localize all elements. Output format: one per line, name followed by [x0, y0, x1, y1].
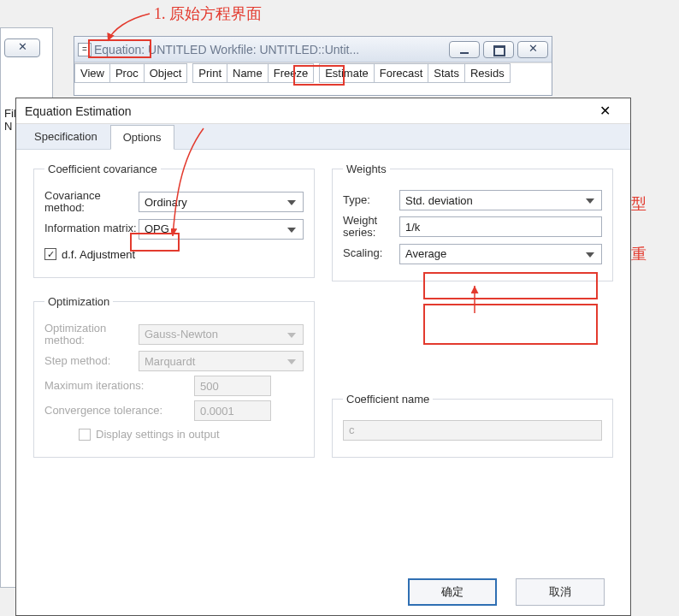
- cov-method-label: Covariance method:: [44, 190, 139, 215]
- equation-titlebar: = Equation: UNTITLED Workfile: UNTITLED:…: [74, 37, 552, 62]
- equation-icon: =: [78, 43, 92, 56]
- toolbar-proc[interactable]: Proc: [110, 63, 145, 83]
- equation-title-rest: UNTITLED Workfile: UNTITLED::Untit...: [145, 43, 359, 56]
- weights-group: Weights Type: Std. deviation Weight seri…: [332, 163, 613, 281]
- coefficient-covariance-group: Coefficient covariance Covariance method…: [33, 163, 315, 278]
- minimize-button[interactable]: [449, 41, 480, 58]
- display-settings-checkbox: [79, 429, 91, 441]
- toolbar-stats[interactable]: Stats: [428, 63, 465, 83]
- info-matrix-combo[interactable]: OPG: [139, 219, 304, 240]
- ok-button[interactable]: 确定: [408, 578, 497, 606]
- cancel-button[interactable]: 取消: [516, 578, 605, 606]
- display-settings-label: Display settings in output: [96, 428, 220, 441]
- dialog-footer: 确定 取消: [16, 569, 630, 615]
- weight-scaling-combo[interactable]: Average: [399, 244, 602, 264]
- dialog-title: Equation Estimation: [25, 104, 132, 118]
- info-matrix-label: Information matrix:: [44, 222, 139, 234]
- step-method-label: Step method:: [44, 355, 139, 367]
- coefficient-name-group: Coefficient name c: [332, 393, 613, 458]
- toolbar-object[interactable]: Object: [145, 63, 188, 83]
- optimization-group: Optimization Optimization method: Gauss-…: [33, 295, 315, 459]
- opt-method-combo: Gauss-Newton: [139, 324, 304, 345]
- conv-tol-label: Convergence tolerance:: [44, 405, 194, 417]
- tab-specification[interactable]: Specification: [21, 124, 110, 149]
- tab-options[interactable]: Options: [110, 125, 174, 150]
- max-iter-input: 500: [194, 376, 271, 396]
- equation-toolbar: View Proc Object Print Name Freeze Estim…: [74, 62, 552, 83]
- cov-method-combo[interactable]: Ordinary: [139, 192, 304, 212]
- toolbar-freeze[interactable]: Freeze: [269, 63, 314, 83]
- annotation-1: 1. 原始方程界面: [154, 3, 262, 24]
- close-icon[interactable]: ✕: [587, 103, 622, 119]
- dialog-titlebar: Equation Estimation ✕: [16, 98, 630, 124]
- weights-legend: Weights: [343, 163, 390, 175]
- step-method-combo: Marquardt: [139, 351, 304, 371]
- coefname-legend: Coefficient name: [343, 393, 433, 406]
- coef-cov-legend: Coefficient covariance: [44, 163, 161, 175]
- toolbar-print[interactable]: Print: [192, 63, 227, 83]
- toolbar-estimate[interactable]: Estimate: [319, 63, 375, 83]
- optimization-legend: Optimization: [44, 295, 113, 308]
- df-adjust-label: d.f. Adjustment: [62, 248, 135, 261]
- close-button-bg[interactable]: ✕: [4, 38, 40, 57]
- equation-estimation-dialog: Equation Estimation ✕ Specification Opti…: [15, 98, 631, 616]
- weight-series-input[interactable]: 1/k: [399, 216, 602, 237]
- toolbar-forecast[interactable]: Forecast: [375, 63, 429, 83]
- toolbar-view[interactable]: View: [74, 63, 110, 83]
- toolbar-resids[interactable]: Resids: [465, 63, 511, 83]
- opt-method-label: Optimization method:: [44, 323, 139, 347]
- df-adjust-checkbox[interactable]: ✓: [44, 248, 56, 260]
- toolbar-name[interactable]: Name: [227, 63, 269, 83]
- weight-series-label: Weight series:: [343, 215, 399, 240]
- weight-scaling-label: Scaling:: [343, 247, 399, 259]
- conv-tol-input: 0.0001: [194, 400, 271, 421]
- max-iter-label: Maximum iterations:: [44, 380, 194, 392]
- equation-window: = Equation: UNTITLED Workfile: UNTITLED:…: [74, 36, 552, 96]
- weight-type-label: Type:: [343, 194, 399, 206]
- weight-type-combo[interactable]: Std. deviation: [399, 190, 602, 210]
- maximize-button[interactable]: [483, 41, 514, 58]
- equation-title-eq: Equation:: [94, 43, 145, 56]
- close-button[interactable]: ✕: [517, 41, 548, 58]
- coefname-input: c: [343, 420, 602, 441]
- dialog-tabs: Specification Options: [16, 124, 630, 150]
